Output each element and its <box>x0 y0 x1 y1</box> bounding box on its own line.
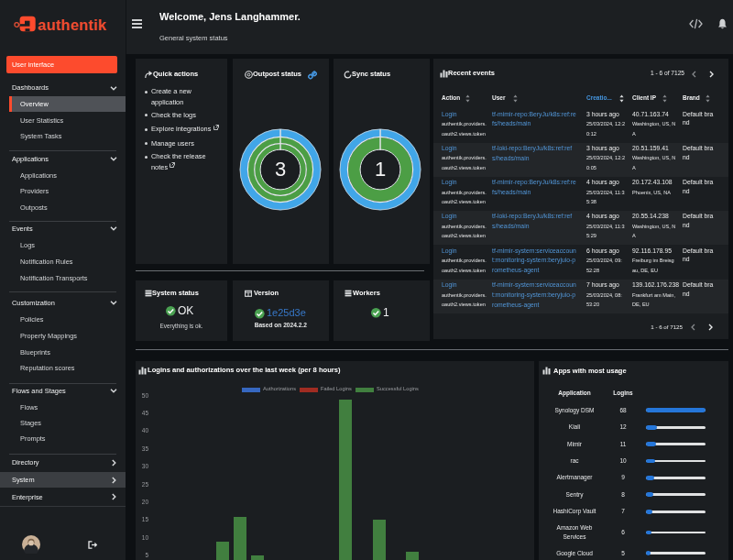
svg-text:authentik: authentik <box>38 16 107 33</box>
